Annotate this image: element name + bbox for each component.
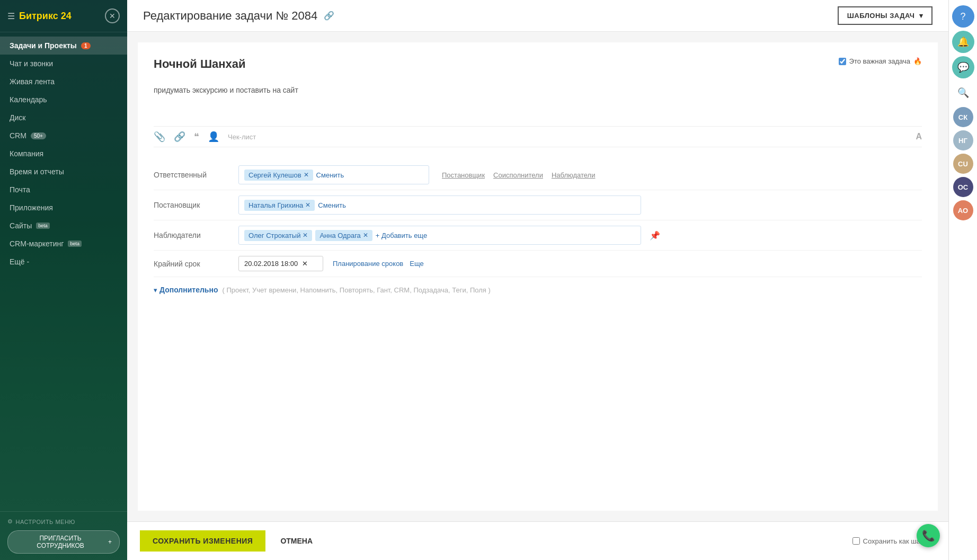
- sidebar-item-tasks[interactable]: Задачи и Проекты 1: [0, 37, 127, 55]
- remove-watcher1-icon[interactable]: ✕: [303, 232, 308, 239]
- settings-menu-button[interactable]: ⚙ НАСТРОИТЬ МЕНЮ: [7, 518, 120, 525]
- footer-left: СОХРАНИТЬ ИЗМЕНЕНИЯ ОТМЕНА: [140, 530, 321, 552]
- important-checkbox[interactable]: [839, 58, 846, 65]
- setter-tag: Наталья Грихина ✕: [244, 200, 315, 211]
- sidebar-item-mail[interactable]: Почта: [0, 181, 127, 199]
- form-container: Это важная задача 🔥 придумать экскурсию …: [138, 42, 938, 511]
- sidebar-item-feed[interactable]: Живая лента: [0, 73, 127, 91]
- task-title-section: Это важная задача 🔥: [154, 57, 922, 71]
- sidebar-item-calendar[interactable]: Календарь: [0, 91, 127, 109]
- invite-coworkers-button[interactable]: ПРИГЛАСИТЬ СОТРУДНИКОВ +: [7, 530, 120, 554]
- sidebar-item-label: Чат и звонки: [10, 59, 53, 68]
- save-button[interactable]: СОХРАНИТЬ ИЗМЕНЕНИЯ: [140, 530, 265, 552]
- close-sidebar-button[interactable]: ✕: [105, 8, 120, 23]
- phone-fab-button[interactable]: 📞: [917, 524, 940, 547]
- sidebar-item-label: Почта: [10, 185, 30, 194]
- date-actions: Планирование сроков Еще: [333, 260, 424, 268]
- sidebar-nav: Задачи и Проекты 1 Чат и звонки Живая ле…: [0, 32, 127, 511]
- setter-input-box[interactable]: Наталья Грихина ✕ Сменить: [238, 195, 641, 215]
- sidebar-item-label: Приложения: [10, 203, 53, 212]
- link-toolbar-icon[interactable]: 🔗: [174, 131, 185, 143]
- sidebar-header: ☰ Битрикс 24 ✕: [0, 0, 127, 32]
- avatar-5[interactable]: АО: [953, 200, 973, 220]
- save-template-checkbox[interactable]: [852, 537, 860, 545]
- avatar-1[interactable]: СК: [953, 107, 973, 127]
- responsible-input-box[interactable]: Сергей Кулешов ✕ Сменить: [238, 165, 429, 184]
- sidebar-item-crm-marketing[interactable]: CRM-маркетинг beta: [0, 235, 127, 253]
- pin-icon[interactable]: 📌: [650, 230, 660, 241]
- sidebar-item-label: Календарь: [10, 95, 47, 104]
- avatar-4[interactable]: ОС: [953, 177, 973, 197]
- additional-toggle[interactable]: ▾ Дополнительно: [154, 286, 218, 294]
- fire-icon: 🔥: [913, 57, 922, 65]
- templates-button[interactable]: ШАБЛОНЫ ЗАДАЧ ▾: [838, 6, 932, 25]
- help-icon: ?: [960, 11, 965, 22]
- chat-icon: 💬: [957, 61, 969, 73]
- search-icon: 🔍: [957, 87, 969, 99]
- format-icon[interactable]: A: [916, 132, 922, 141]
- remove-watcher2-icon[interactable]: ✕: [363, 232, 368, 239]
- notification-button[interactable]: 🔔: [952, 31, 974, 53]
- watchers-input-box[interactable]: Олег Строкатый ✕ Анна Одрага ✕ + Добавит…: [238, 226, 641, 245]
- settings-icon: ⚙: [7, 518, 13, 525]
- tab-setter[interactable]: Постановщик: [442, 171, 485, 179]
- beta-tag: beta: [36, 223, 50, 229]
- plan-schedule-link[interactable]: Планирование сроков: [333, 260, 403, 268]
- change-setter-link[interactable]: Сменить: [318, 201, 346, 209]
- sidebar-item-sites[interactable]: Сайты beta: [0, 217, 127, 235]
- chat-button[interactable]: 💬: [952, 56, 974, 78]
- deadline-input-box[interactable]: 20.02.2018 18:00 ✕: [238, 256, 323, 271]
- watchers-label: Наблюдатели: [154, 231, 238, 239]
- bell-icon: 🔔: [957, 36, 969, 48]
- task-title-input[interactable]: [154, 57, 839, 71]
- main-header: Редактирование задачи № 2084 🔗 ШАБЛОНЫ З…: [127, 0, 948, 32]
- chevron-down-icon: ▾: [154, 286, 157, 294]
- link-icon[interactable]: 🔗: [324, 11, 334, 21]
- task-description[interactable]: придумать экскурсию и поставить на сайт: [154, 82, 922, 113]
- change-responsible-link[interactable]: Сменить: [316, 171, 344, 179]
- watchers-field-row: Наблюдатели Олег Строкатый ✕ Анна Одрага…: [154, 220, 922, 251]
- avatar-3[interactable]: CU: [953, 154, 973, 174]
- remove-responsible-icon[interactable]: ✕: [304, 171, 309, 179]
- clear-deadline-icon[interactable]: ✕: [302, 260, 308, 268]
- page-title: Редактирование задачи № 2084: [143, 9, 317, 23]
- checklist-button[interactable]: Чек-лист: [228, 133, 256, 141]
- beta-tag: beta: [68, 241, 82, 247]
- tab-watchers[interactable]: Наблюдатели: [552, 171, 596, 179]
- responsible-field-row: Ответственный Сергей Кулешов ✕ Сменить П…: [154, 160, 922, 190]
- watcher2-tag: Анна Одрага ✕: [315, 230, 372, 241]
- sidebar-item-company[interactable]: Компания: [0, 145, 127, 163]
- more-deadline-link[interactable]: Еще: [410, 260, 423, 268]
- sidebar-item-crm[interactable]: CRM 50+: [0, 127, 127, 145]
- toolbar: 📎 🔗 ❝ 👤 Чек-лист A: [154, 126, 922, 147]
- sidebar-item-label: Задачи и Проекты: [10, 41, 77, 50]
- right-sidebar: ? 🔔 💬 🔍 СК НГ CU ОС АО: [948, 0, 977, 560]
- crm-badge: 50+: [31, 132, 46, 139]
- deadline-label: Крайний срок: [154, 260, 238, 268]
- sidebar-item-disk[interactable]: Диск: [0, 109, 127, 127]
- sidebar-item-apps[interactable]: Приложения: [0, 199, 127, 217]
- quote-icon[interactable]: ❝: [194, 131, 199, 143]
- setter-value: Наталья Грихина ✕ Сменить: [238, 195, 922, 215]
- remove-setter-icon[interactable]: ✕: [305, 201, 310, 209]
- responsible-tag: Сергей Кулешов ✕: [244, 170, 313, 181]
- avatar-2[interactable]: НГ: [953, 130, 973, 150]
- attach-icon[interactable]: 📎: [154, 131, 165, 143]
- sidebar-item-label: Живая лента: [10, 77, 55, 86]
- important-label: Это важная задача: [849, 57, 910, 65]
- deadline-date-text: 20.02.2018 18:00: [244, 260, 298, 268]
- sidebar-item-label: Компания: [10, 149, 43, 158]
- sidebar-item-time[interactable]: Время и отчеты: [0, 163, 127, 181]
- deadline-value: 20.02.2018 18:00 ✕ Планирование сроков Е…: [238, 256, 922, 271]
- mention-icon[interactable]: 👤: [208, 131, 219, 143]
- add-watcher-link[interactable]: + Добавить еще: [376, 232, 427, 239]
- cancel-button[interactable]: ОТМЕНА: [272, 530, 321, 552]
- tab-coexecutors[interactable]: Соисполнители: [493, 171, 543, 179]
- sidebar-item-more[interactable]: Ещё -: [0, 253, 127, 271]
- additional-items: ( Проект, Учет времени, Напомнить, Повто…: [222, 286, 490, 294]
- main-footer: СОХРАНИТЬ ИЗМЕНЕНИЯ ОТМЕНА Сохранить как…: [127, 521, 948, 560]
- help-button[interactable]: ?: [952, 5, 974, 28]
- search-button[interactable]: 🔍: [952, 82, 974, 104]
- watcher1-tag: Олег Строкатый ✕: [244, 230, 312, 241]
- sidebar-item-chat[interactable]: Чат и звонки: [0, 55, 127, 73]
